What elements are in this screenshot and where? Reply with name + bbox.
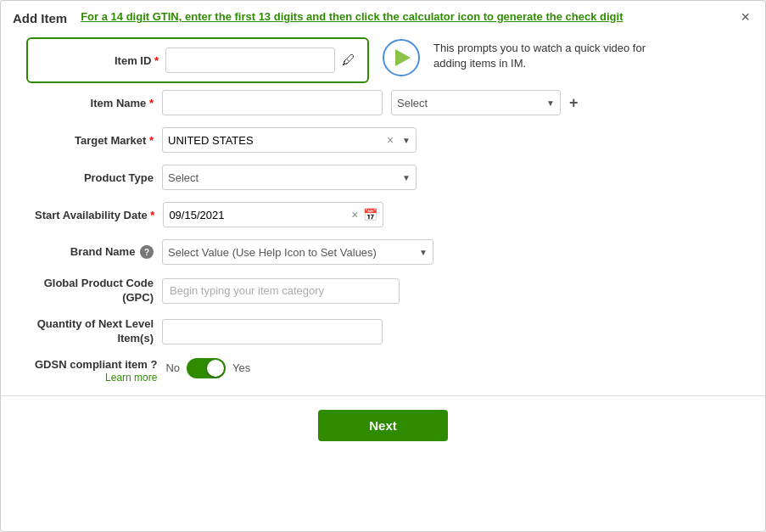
calendar-icon[interactable]: 📅 <box>363 208 377 221</box>
product-type-row: Product Type Select ▼ <box>35 165 731 190</box>
gpc-label: Global Product Code (GPC) <box>35 277 154 305</box>
quantity-row: Quantity of Next Level Item(s) <box>35 317 731 346</box>
gdsn-learn-more-link[interactable]: Learn more <box>105 372 157 384</box>
next-button[interactable]: Next <box>318 410 448 441</box>
product-type-label: Product Type <box>35 171 154 184</box>
gdsn-label-col: GDSN compliant item ? Learn more <box>35 358 157 384</box>
quantity-label: Quantity of Next Level Item(s) <box>35 317 154 346</box>
target-market-value: UNITED STATES <box>168 134 382 147</box>
brand-name-label: Brand Name ? <box>35 245 154 260</box>
brand-name-arrow-icon: ▼ <box>419 248 428 257</box>
video-play-button[interactable] <box>383 39 420 76</box>
brand-name-help-icon[interactable]: ? <box>140 245 154 259</box>
gdsn-toggle[interactable] <box>187 358 226 378</box>
gdsn-toggle-wrapper: No Yes <box>165 358 250 378</box>
gdsn-row: GDSN compliant item ? Learn more No Yes <box>35 358 731 384</box>
gpc-input[interactable] <box>162 278 400 304</box>
add-item-modal: Add Item For a 14 digit GTIN, enter the … <box>0 0 766 532</box>
item-id-input[interactable] <box>165 48 335 73</box>
item-id-label: Item ID * <box>40 54 159 67</box>
product-type-select-wrapper[interactable]: Select ▼ <box>162 165 417 190</box>
gdsn-no-label: No <box>165 361 180 374</box>
date-clear-icon[interactable]: × <box>351 208 358 221</box>
start-availability-date-row: Start Availability Date * 09/15/2021 × 📅 <box>35 202 731 227</box>
product-type-placeholder: Select <box>168 171 399 184</box>
target-market-row: Target Market * UNITED STATES × ▼ <box>35 127 731 153</box>
date-value: 09/15/2021 <box>169 209 346 221</box>
item-name-label: Item Name * <box>35 97 154 109</box>
target-market-dropdown-icon[interactable]: ▼ <box>402 136 411 145</box>
brand-name-select-wrapper[interactable]: Select Value (Use Help Icon to Set Value… <box>162 239 433 265</box>
brand-name-placeholder: Select Value (Use Help Icon to Set Value… <box>168 246 416 259</box>
modal-hint: For a 14 digit GTIN, enter the first 13 … <box>81 9 729 25</box>
close-button[interactable]: × <box>737 9 753 25</box>
target-market-clear-icon[interactable]: × <box>387 133 394 147</box>
video-hint-text: This prompts you to watch a quick video … <box>433 41 671 71</box>
gpc-row: Global Product Code (GPC) <box>35 277 731 305</box>
product-type-arrow-icon: ▼ <box>402 173 411 182</box>
modal-title: Add Item <box>13 9 67 25</box>
toggle-knob <box>207 360 224 377</box>
item-name-select-placeholder: Select <box>397 97 538 109</box>
calculator-icon[interactable]: 🖊 <box>342 53 355 68</box>
target-market-label: Target Market * <box>35 134 154 147</box>
date-wrapper: 09/15/2021 × 📅 <box>163 202 383 227</box>
play-triangle-icon <box>395 49 411 66</box>
start-availability-date-label: Start Availability Date * <box>35 209 154 221</box>
gdsn-yes-label: Yes <box>232 361 250 374</box>
item-id-box: Item ID * 🖊 <box>26 37 369 83</box>
target-market-wrapper: UNITED STATES × ▼ <box>162 127 417 153</box>
brand-name-row: Brand Name ? Select Value (Use Help Icon… <box>35 239 731 265</box>
add-item-name-button[interactable]: + <box>569 94 579 112</box>
form-section: Item Name * Select ▼ + Target Market * U… <box>1 90 765 384</box>
modal-footer: Next <box>1 395 765 450</box>
top-section: Item ID * 🖊 This prompts you to watch a … <box>1 31 765 90</box>
modal-header: Add Item For a 14 digit GTIN, enter the … <box>1 1 765 31</box>
item-name-select-arrow-icon: ▼ <box>546 98 555 108</box>
quantity-input[interactable] <box>162 319 383 344</box>
gdsn-label: GDSN compliant item ? <box>35 358 157 371</box>
item-name-input[interactable] <box>162 90 383 115</box>
item-name-select-wrapper: Select ▼ <box>391 90 561 115</box>
item-name-row: Item Name * Select ▼ + <box>35 90 731 115</box>
